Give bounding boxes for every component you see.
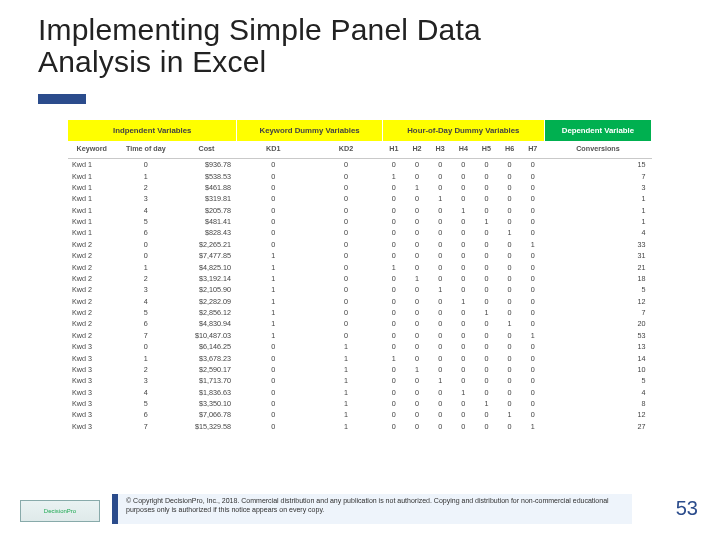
cell-value: 0	[405, 284, 428, 295]
cell-value: 0	[521, 193, 544, 204]
cell-value: 0	[429, 170, 452, 181]
cell-value: 0	[237, 170, 310, 181]
cell-conversions: 31	[544, 250, 651, 261]
cell-value: 7	[116, 330, 177, 341]
cell-value: 0	[521, 296, 544, 307]
cell-value: 0	[237, 193, 310, 204]
cell-value: 0	[405, 307, 428, 318]
cell-value: 0	[429, 261, 452, 272]
cell-value: 0	[237, 352, 310, 363]
cell-value: 0	[429, 159, 452, 171]
group-keyword-dummy: Keyword Dummy Variables	[237, 120, 382, 141]
cell-value: 0	[382, 398, 405, 409]
header-cols-row: Keyword Time of day Cost KD1 KD2 H1 H2 H…	[68, 141, 652, 159]
cell-value: 1	[310, 387, 383, 398]
cell-cost: $2,282.09	[176, 296, 237, 307]
slide-title: Implementing Simple Panel DataAnalysis i…	[0, 0, 720, 77]
cell-value: 0	[475, 352, 498, 363]
cell-value: 1	[237, 250, 310, 261]
cell-value: 0	[405, 296, 428, 307]
cell-value: 0	[310, 239, 383, 250]
cell-value: 0	[429, 307, 452, 318]
cell-value: 0	[382, 239, 405, 250]
table-row: Kwd 21$4,825.1010100000021	[68, 261, 652, 272]
cell-value: 1	[475, 398, 498, 409]
cell-value: 0	[498, 398, 521, 409]
cell-value: 0	[237, 341, 310, 352]
cell-value: 0	[452, 227, 475, 238]
cell-value: 0	[498, 296, 521, 307]
cell-cost: $481.41	[176, 216, 237, 227]
cell-cost: $6,146.25	[176, 341, 237, 352]
cell-value: 0	[452, 159, 475, 171]
cell-value: 0	[237, 398, 310, 409]
cell-value: 0	[237, 182, 310, 193]
cell-value: 1	[310, 398, 383, 409]
cell-value: 0	[382, 421, 405, 432]
cell-value: 0	[310, 170, 383, 181]
group-dependent: Dependent Variable	[544, 120, 651, 141]
cell-value: 0	[382, 409, 405, 420]
cell-value: 4	[116, 296, 177, 307]
cell-value: 0	[498, 330, 521, 341]
cell-cost: $205.78	[176, 205, 237, 216]
cell-value: 0	[382, 330, 405, 341]
cell-value: 0	[475, 387, 498, 398]
cell-value: 0	[498, 352, 521, 363]
title-accent	[38, 94, 86, 104]
cell-cost: $7,477.85	[176, 250, 237, 261]
cell-conversions: 33	[544, 239, 651, 250]
cell-value: 0	[405, 216, 428, 227]
cell-conversions: 4	[544, 387, 651, 398]
cell-value: 0	[429, 239, 452, 250]
cell-keyword: Kwd 3	[68, 398, 116, 409]
cell-value: 1	[237, 273, 310, 284]
cell-value: 0	[475, 193, 498, 204]
cell-value: 0	[310, 250, 383, 261]
cell-value: 0	[498, 170, 521, 181]
cell-value: 0	[310, 284, 383, 295]
cell-cost: $1,713.70	[176, 375, 237, 386]
cell-value: 0	[498, 216, 521, 227]
cell-value: 0	[475, 364, 498, 375]
cell-value: 1	[382, 170, 405, 181]
cell-value: 3	[116, 375, 177, 386]
cell-value: 0	[405, 330, 428, 341]
cell-value: 0	[521, 170, 544, 181]
cell-keyword: Kwd 3	[68, 341, 116, 352]
cell-value: 0	[429, 227, 452, 238]
cell-cost: $4,830.94	[176, 318, 237, 329]
cell-value: 0	[475, 159, 498, 171]
cell-value: 0	[382, 250, 405, 261]
cell-value: 0	[475, 341, 498, 352]
cell-value: 0	[405, 375, 428, 386]
cell-keyword: Kwd 2	[68, 296, 116, 307]
cell-value: 7	[116, 421, 177, 432]
cell-value: 1	[310, 421, 383, 432]
cell-keyword: Kwd 2	[68, 273, 116, 284]
cell-value: 1	[237, 284, 310, 295]
cell-value: 1	[310, 341, 383, 352]
cell-value: 0	[405, 170, 428, 181]
cell-cost: $1,836.63	[176, 387, 237, 398]
cell-value: 0	[237, 227, 310, 238]
cell-value: 0	[429, 421, 452, 432]
table-row: Kwd 12$461.880001000003	[68, 182, 652, 193]
cell-conversions: 12	[544, 296, 651, 307]
cell-keyword: Kwd 2	[68, 318, 116, 329]
cell-value: 0	[475, 330, 498, 341]
cell-value: 0	[452, 409, 475, 420]
cell-value: 0	[475, 239, 498, 250]
cell-value: 0	[405, 261, 428, 272]
cell-conversions: 5	[544, 375, 651, 386]
cell-value: 0	[521, 205, 544, 216]
cell-value: 0	[452, 261, 475, 272]
cell-value: 0	[452, 318, 475, 329]
logo: DecisionPro	[20, 500, 100, 522]
cell-value: 0	[498, 273, 521, 284]
cell-value: 0	[382, 216, 405, 227]
cell-value: 0	[237, 159, 310, 171]
cell-value: 0	[521, 387, 544, 398]
table-row: Kwd 22$3,192.1410010000018	[68, 273, 652, 284]
cell-conversions: 3	[544, 182, 651, 193]
